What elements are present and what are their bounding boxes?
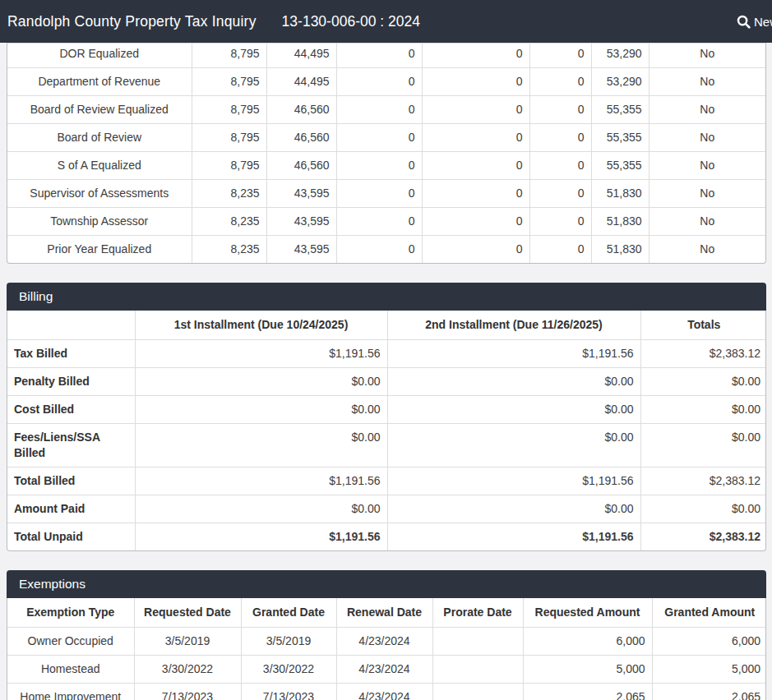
billing-col-blank [7,311,135,340]
table-row: Township Assessor 8,235 43,595 0 0 0 51,… [7,208,765,236]
table-header-row: Exemption Type Requested Date Granted Da… [7,598,766,628]
assessment-level: S of A Equalized [7,152,192,180]
exemptions-section: Exemptions Exemption Type Requested Date… [7,570,766,700]
billing-row-label: Tax Billed [7,340,135,368]
exemptions-col-prorate-date: Prorate Date [432,598,523,628]
table-row: Department of Revenue 8,795 44,495 0 0 0… [7,68,765,96]
table-row: Total Billed $1,191.56 $1,191.56 $2,383.… [7,467,766,495]
exemption-type: Owner Occupied [7,628,134,656]
table-row: Supervisor of Assessments 8,235 43,595 0… [7,180,765,208]
table-row: Cost Billed $0.00 $0.00 $0.00 [7,396,766,424]
table-row: DOR Equalized 8,795 44,495 0 0 0 53,290 … [7,44,765,68]
billing-row-label: Total Unpaid [7,523,135,551]
billing-section: Billing 1st Installment (Due 10/24/2025)… [7,283,766,551]
assessments-table: DOR Equalized 8,795 44,495 0 0 0 53,290 … [7,44,765,263]
table-row: S of A Equalized 8,795 46,560 0 0 0 55,3… [7,152,765,180]
exemptions-col-granted-date: Granted Date [241,598,336,628]
exemptions-col-renewal-date: Renewal Date [336,598,432,628]
exemptions-panel: Exemption Type Requested Date Granted Da… [7,598,766,700]
table-row: Penalty Billed $0.00 $0.00 $0.00 [7,368,766,396]
billing-row-label: Fees/Liens/SSA Billed [7,424,135,467]
table-row: Owner Occupied 3/5/2019 3/5/2019 4/23/20… [7,628,766,656]
assessment-level: Supervisor of Assessments [7,180,192,208]
exemptions-col-requested-amount: Requested Amount [523,598,652,628]
table-header-row: 1st Installment (Due 10/24/2025) 2nd Ins… [7,311,766,340]
app-title[interactable]: Randolph County Property Tax Inquiry [7,13,257,30]
billing-col-first-installment: 1st Installment (Due 10/24/2025) [135,311,387,340]
table-row: Home Improvement 7/13/2023 7/13/2023 4/2… [7,684,766,700]
assessment-level: Prior Year Equalized [7,236,192,264]
assessment-level: Board of Review [7,124,192,152]
billing-col-totals: Totals [640,311,766,340]
table-row: Tax Billed $1,191.56 $1,191.56 $2,383.12 [7,340,766,368]
billing-section-title: Billing [7,283,766,311]
billing-row-label: Amount Paid [7,495,135,523]
exemptions-table: Exemption Type Requested Date Granted Da… [7,598,766,700]
assessment-level: Township Assessor [7,208,192,236]
new-search-label: New Search [754,15,772,29]
top-navbar: Randolph County Property Tax Inquiry 13-… [0,0,772,43]
billing-table: 1st Installment (Due 10/24/2025) 2nd Ins… [7,311,766,550]
search-icon [737,15,754,29]
table-row: Prior Year Equalized 8,235 43,595 0 0 0 … [7,236,765,264]
table-row: Board of Review 8,795 46,560 0 0 0 55,35… [7,124,765,152]
table-row: Total Unpaid $1,191.56 $1,191.56 $2,383.… [7,523,766,551]
billing-row-label: Cost Billed [7,396,135,424]
table-row: Homestead 3/30/2022 3/30/2022 4/23/2024 … [7,656,766,684]
table-row: Board of Review Equalized 8,795 46,560 0… [7,96,765,124]
exemptions-col-granted-amount: Granted Amount [652,598,766,628]
assessment-level: DOR Equalized [7,44,192,68]
exemption-type: Home Improvement [7,684,134,700]
exemptions-col-requested-date: Requested Date [134,598,241,628]
table-row: Amount Paid $0.00 $0.00 $0.00 [7,495,766,523]
exemption-type: Homestead [7,656,134,684]
billing-row-label: Penalty Billed [7,368,135,396]
assessments-panel: DOR Equalized 8,795 44,495 0 0 0 53,290 … [7,43,766,264]
parcel-context: 13-130-006-00 : 2024 [282,13,420,30]
exemptions-section-title: Exemptions [7,570,766,598]
billing-panel: 1st Installment (Due 10/24/2025) 2nd Ins… [7,311,766,551]
new-search-button[interactable]: New Search [737,0,772,43]
exemptions-col-type: Exemption Type [7,598,134,628]
billing-row-label: Total Billed [7,467,135,495]
assessment-level: Department of Revenue [7,68,192,96]
assessment-level: Board of Review Equalized [7,96,192,124]
billing-col-second-installment: 2nd Installment (Due 11/26/2025) [387,311,640,340]
table-row: Fees/Liens/SSA Billed $0.00 $0.00 $0.00 [7,424,766,467]
